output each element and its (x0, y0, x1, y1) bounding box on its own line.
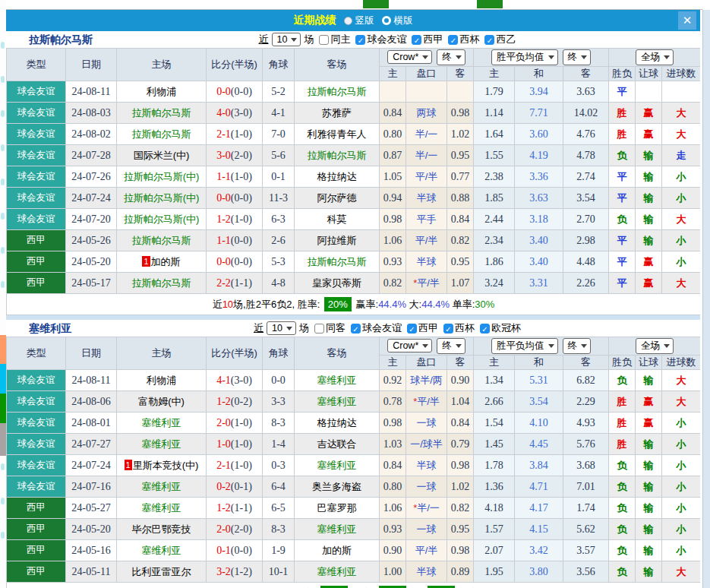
away-team-name[interactable]: 塞维利亚 (317, 523, 357, 535)
away-team-name[interactable]: 阿拉维斯 (317, 235, 357, 246)
home-team-name[interactable]: 拉斯帕尔马斯(中) (124, 171, 200, 182)
home-team[interactable]: 拉斯帕尔马斯 (117, 230, 207, 251)
away-team[interactable]: 塞维利亚 (295, 561, 380, 583)
odds-company-select[interactable]: Crow* (387, 50, 432, 64)
home-team[interactable]: 比利亚雷亚尔 (117, 561, 207, 583)
home-team[interactable]: 拉斯帕尔马斯(中) (117, 188, 207, 209)
away-team-name[interactable]: 苏雅萨 (322, 107, 352, 119)
away-team[interactable]: 格拉纳达 (295, 413, 380, 434)
league-checkbox[interactable]: ✓ (448, 35, 458, 45)
home-team-name[interactable]: 塞维利亚 (142, 545, 181, 556)
home-team[interactable]: 拉斯帕尔马斯(中) (117, 166, 207, 188)
away-team-name[interactable]: 吉达联合 (317, 438, 357, 450)
home-team[interactable]: 利物浦 (117, 370, 207, 391)
europe-final-select[interactable]: 终 (563, 49, 592, 65)
home-team-name[interactable]: 利物浦 (147, 86, 176, 97)
home-team-name[interactable]: 拉斯帕尔马斯 (132, 107, 191, 119)
away-team[interactable]: 拉斯帕尔马斯 (295, 81, 380, 103)
away-team-name[interactable]: 皇家贝蒂斯 (312, 277, 361, 289)
away-team-name[interactable]: 利雅得青年人 (308, 128, 367, 140)
same-venue-checkbox[interactable] (319, 35, 329, 45)
orientation-radio-horizontal[interactable]: 横版 (376, 14, 413, 27)
away-team[interactable]: 阿拉维斯 (295, 230, 380, 251)
away-team[interactable]: 皇家贝蒂斯 (295, 273, 380, 294)
league-checkbox[interactable]: ✓ (351, 324, 361, 334)
home-team-name[interactable]: 拉斯帕尔马斯 (132, 235, 191, 246)
near-label[interactable]: 近 (254, 321, 263, 335)
away-team[interactable]: 巴塞罗那 (295, 498, 380, 519)
home-team-name[interactable]: 利物浦 (147, 375, 176, 386)
away-team[interactable]: 塞维利亚 (295, 370, 380, 391)
away-team[interactable]: 塞维利亚 (295, 391, 380, 413)
scope-select[interactable]: 全场 (636, 338, 674, 354)
away-team[interactable]: 利雅得青年人 (295, 124, 380, 145)
league-checkbox[interactable]: ✓ (480, 324, 490, 334)
europe-odds-select[interactable]: 胜平负均值 (491, 338, 558, 354)
away-team-name[interactable]: 阿尔萨德 (317, 192, 357, 204)
away-team[interactable]: 拉斯帕尔马斯 (295, 251, 380, 273)
away-team[interactable]: 拉斯帕尔马斯 (295, 145, 380, 166)
home-team-name[interactable]: 毕尔巴鄂竞技 (132, 523, 191, 535)
away-team-name[interactable]: 拉斯帕尔马斯 (308, 150, 367, 161)
home-team[interactable]: 1里斯本竞技(中) (117, 455, 207, 476)
near-label[interactable]: 近 (259, 33, 269, 46)
home-team-name[interactable]: 拉斯帕尔马斯(中) (124, 213, 200, 225)
match-count-select[interactable]: 10 (267, 321, 296, 335)
home-team[interactable]: 塞维利亚 (117, 476, 207, 498)
europe-final-select[interactable]: 终 (563, 338, 592, 354)
home-team[interactable]: 塞维利亚 (117, 434, 207, 455)
away-team[interactable]: 科莫 (295, 209, 380, 230)
home-team-name[interactable]: 塞维利亚 (142, 438, 181, 450)
home-team[interactable]: 国际米兰(中) (117, 145, 207, 166)
away-team-name[interactable]: 加的斯 (322, 545, 352, 556)
orientation-radio-vertical[interactable]: 竖版 (338, 14, 374, 27)
away-team[interactable]: 塞维利亚 (295, 455, 380, 476)
home-team-name[interactable]: 比利亚雷亚尔 (132, 566, 191, 577)
away-team-name[interactable]: 格拉纳达 (317, 171, 357, 182)
home-team-name[interactable]: 富勒姆(中) (138, 396, 185, 407)
away-team[interactable]: 苏雅萨 (295, 103, 380, 124)
radio-unselected-icon[interactable] (382, 16, 391, 25)
home-team[interactable]: 利物浦 (117, 81, 207, 103)
home-team-name[interactable]: 拉斯帕尔马斯 (132, 128, 191, 140)
away-team[interactable]: 格拉纳达 (295, 166, 380, 188)
home-team-name[interactable]: 塞维利亚 (142, 481, 181, 492)
away-team[interactable]: 奥兰多海盗 (295, 476, 380, 498)
home-team-name[interactable]: 加的斯 (151, 256, 181, 267)
away-team[interactable]: 加的斯 (295, 540, 380, 561)
home-team[interactable]: 塞维利亚 (117, 413, 207, 434)
match-count-select[interactable]: 10 (272, 33, 301, 46)
home-team[interactable]: 1加的斯 (117, 251, 207, 273)
away-team-name[interactable]: 塞维利亚 (317, 375, 357, 386)
away-team[interactable]: 阿尔萨德 (295, 188, 380, 209)
home-team-name[interactable]: 拉斯帕尔马斯(中) (124, 192, 200, 204)
home-team[interactable]: 塞维利亚 (117, 498, 207, 519)
odds-final-select[interactable]: 终 (437, 338, 465, 354)
home-team-name[interactable]: 塞维利亚 (142, 417, 181, 428)
away-team[interactable]: 吉达联合 (295, 434, 380, 455)
away-team-name[interactable]: 格拉纳达 (317, 417, 357, 428)
odds-final-select[interactable]: 终 (437, 49, 465, 65)
away-team-name[interactable]: 拉斯帕尔马斯 (308, 86, 367, 97)
league-checkbox[interactable]: ✓ (443, 324, 453, 334)
league-checkbox[interactable]: ✓ (407, 324, 417, 334)
away-team[interactable]: 塞维利亚 (295, 519, 380, 540)
home-team-name[interactable]: 拉斯帕尔马斯 (132, 277, 191, 289)
home-team[interactable]: 拉斯帕尔马斯 (117, 103, 207, 124)
league-checkbox[interactable]: ✓ (412, 35, 421, 45)
europe-odds-select[interactable]: 胜平负均值 (491, 49, 558, 65)
same-venue-checkbox[interactable] (314, 324, 324, 334)
odds-company-select[interactable]: Crow* (387, 339, 432, 352)
home-team[interactable]: 拉斯帕尔马斯 (117, 273, 207, 294)
away-team-name[interactable]: 巴塞罗那 (317, 502, 357, 514)
away-team-name[interactable]: 塞维利亚 (317, 566, 357, 577)
away-team-name[interactable]: 塞维利亚 (317, 460, 357, 471)
home-team[interactable]: 塞维利亚 (117, 540, 207, 561)
home-team-name[interactable]: 国际米兰(中) (134, 150, 190, 161)
league-checkbox[interactable]: ✓ (484, 35, 494, 45)
home-team[interactable]: 富勒姆(中) (117, 391, 207, 413)
home-team[interactable]: 拉斯帕尔马斯(中) (117, 209, 207, 230)
away-team-name[interactable]: 奥兰多海盗 (312, 481, 361, 492)
away-team-name[interactable]: 科莫 (327, 213, 347, 225)
radio-selected-icon[interactable] (344, 17, 352, 25)
